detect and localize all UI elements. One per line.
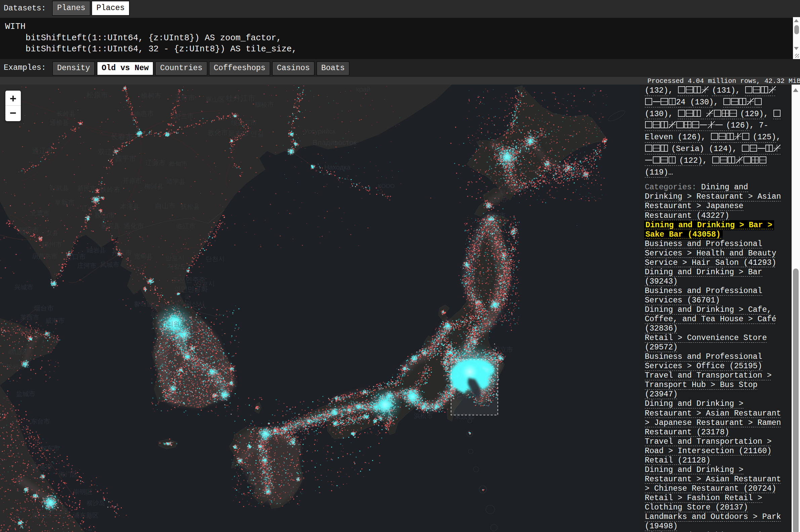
svg-text:庄河市: 庄河市: [77, 262, 96, 269]
svg-text:营口市: 营口市: [66, 253, 86, 261]
svg-text:충청도: 충청도: [177, 336, 197, 343]
svg-text:개성시: 개성시: [167, 299, 186, 306]
svg-text:안포시: 안포시: [165, 254, 184, 262]
svg-text:강원도: 강원도: [183, 317, 202, 324]
svg-text:원산시: 원산시: [185, 300, 205, 307]
svg-text:苫小牧市: 苫小牧市: [500, 185, 527, 192]
svg-text:本溪县: 本溪县: [120, 203, 140, 210]
svg-text:葫芦岛市: 葫芦岛市: [32, 253, 57, 260]
svg-text:崂山区: 崂山区: [8, 348, 28, 356]
svg-text:단천시: 단천시: [206, 255, 225, 263]
svg-text:榆树市: 榆树市: [141, 92, 161, 99]
svg-text:横沙岛: 横沙岛: [87, 500, 105, 507]
svg-text:德惠市: 德惠市: [134, 110, 154, 117]
svg-text:临江市: 临江市: [176, 223, 196, 230]
svg-text:靖宇县: 靖宇县: [166, 178, 185, 185]
svg-text:莱西市: 莱西市: [20, 314, 39, 321]
svg-text:穆棱市: 穆棱市: [255, 101, 274, 108]
svg-text:敦化市: 敦化市: [208, 129, 228, 136]
svg-text:延吉市 연길: 延吉市 연길: [228, 130, 264, 137]
svg-text:米市: 米市: [502, 284, 515, 291]
svg-text:海门区: 海门区: [59, 471, 78, 478]
svg-text:北票市: 北票市: [30, 210, 49, 217]
svg-text:室蘭市: 室蘭市: [488, 196, 507, 204]
svg-text:柳河县: 柳河县: [144, 183, 164, 190]
svg-text:край: край: [356, 86, 370, 93]
svg-text:盐城市: 盐城市: [16, 391, 35, 397]
svg-text:황해남도: 황해남도: [134, 300, 159, 307]
svg-text:牡丹江市: 牡丹江市: [226, 94, 255, 102]
svg-text:嘉定区: 嘉定区: [32, 512, 51, 519]
svg-text:酒田市: 酒田市: [467, 277, 486, 284]
svg-text:市: 市: [488, 348, 494, 356]
svg-text:사리원시: 사리원시: [161, 321, 186, 328]
svg-text:宝山区: 宝山区: [50, 508, 69, 515]
svg-text:日立市: 日立市: [494, 346, 513, 353]
svg-text:Владивосток: Владивосток: [312, 138, 357, 147]
svg-text:东台市: 东台市: [31, 418, 50, 425]
svg-text:如东市: 如东市: [40, 445, 59, 452]
svg-text:白山市: 白山市: [155, 202, 176, 209]
svg-text:鞍山市: 鞍山市: [95, 211, 115, 219]
svg-text:崇明区: 崇明区: [73, 488, 92, 495]
svg-text:자강도: 자강도: [167, 263, 186, 270]
svg-text:新宾县: 新宾县: [101, 223, 120, 230]
svg-text:岫岩县: 岫岩县: [87, 247, 106, 254]
svg-text:通榆县: 通榆县: [50, 119, 69, 126]
svg-text:辽中区: 辽中区: [81, 205, 101, 212]
svg-text:丹东市: 丹东市: [112, 249, 132, 256]
svg-text:麻山区: 麻山区: [206, 96, 225, 103]
svg-text:부산: 부산: [218, 382, 231, 389]
svg-text:长春市: 长春市: [111, 133, 133, 141]
svg-text:铁岭市: 铁岭市: [100, 186, 120, 193]
svg-text:南通市: 南通市: [32, 463, 52, 471]
svg-text:桦甸市: 桦甸市: [169, 160, 188, 168]
svg-text:平度市: 平度市: [11, 328, 30, 335]
svg-text:Находка: Находка: [324, 164, 351, 171]
svg-text:函館市: 函館市: [487, 212, 506, 219]
svg-text:胶州市: 胶州市: [6, 363, 25, 370]
svg-text:朝阳市: 朝阳市: [18, 226, 39, 234]
svg-text:彰武县: 彰武县: [50, 185, 69, 192]
svg-text:舒兰市: 舒兰市: [175, 112, 194, 119]
svg-text:绥芬河市: 绥芬河市: [231, 119, 257, 126]
svg-text:평양시: 평양시: [150, 311, 171, 319]
svg-text:通化市: 通化市: [124, 222, 144, 230]
svg-text:开原市: 开原市: [123, 177, 142, 184]
svg-text:义县: 义县: [47, 230, 58, 236]
svg-text:兴城市: 兴城市: [14, 284, 33, 291]
svg-text:五常市: 五常市: [175, 94, 195, 101]
svg-text:通辽市: 通辽市: [32, 147, 53, 155]
svg-text:烟台市: 烟台市: [34, 304, 54, 312]
svg-text:凤城市: 凤城市: [100, 261, 119, 268]
svg-text:威海市: 威海市: [46, 317, 65, 324]
svg-text:울산: 울산: [206, 353, 218, 360]
svg-text:长岭县: 长岭县: [56, 110, 76, 117]
svg-text:新民市: 新民市: [77, 185, 96, 192]
svg-text:КООО: КООО: [378, 183, 395, 189]
svg-text:浜松市: 浜松市: [414, 412, 433, 419]
svg-text:锦州市: 锦州市: [42, 241, 62, 248]
svg-text:抚松县: 抚松县: [180, 203, 200, 210]
svg-text:Уссурийск: Уссурийск: [304, 128, 336, 135]
svg-text:신포시: 신포시: [196, 280, 215, 287]
svg-text:浦东新区: 浦东新区: [73, 512, 99, 519]
svg-text:宽甸县: 宽甸县: [134, 253, 153, 260]
svg-text:阜新市: 阜新市: [54, 199, 75, 206]
svg-text:辽源市: 辽源市: [145, 159, 165, 167]
svg-text:松原市: 松原市: [87, 91, 108, 99]
svg-text:四平市: 四平市: [115, 155, 136, 163]
